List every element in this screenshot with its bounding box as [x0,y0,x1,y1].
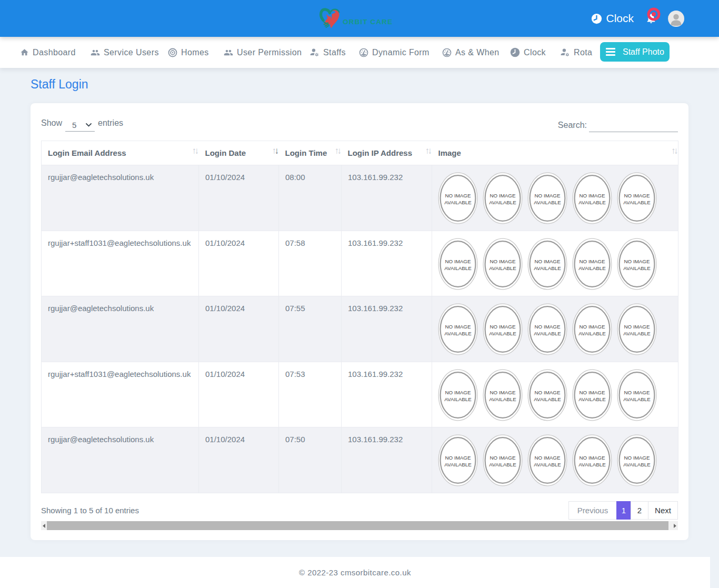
svg-text:AVAILABLE: AVAILABLE [444,200,472,205]
svg-text:AVAILABLE: AVAILABLE [534,200,561,205]
svg-text:NO IMAGE: NO IMAGE [445,390,471,395]
svg-text:AVAILABLE: AVAILABLE [444,462,472,467]
svg-text:AVAILABLE: AVAILABLE [578,331,606,336]
svg-text:NO IMAGE: NO IMAGE [445,193,471,198]
svg-text:NO IMAGE: NO IMAGE [445,258,471,264]
svg-text:AVAILABLE: AVAILABLE [489,331,516,336]
svg-text:NO IMAGE: NO IMAGE [580,455,605,461]
svg-text:AVAILABLE: AVAILABLE [623,200,651,205]
svg-text:AVAILABLE: AVAILABLE [578,200,606,205]
svg-text:AVAILABLE: AVAILABLE [489,396,516,402]
svg-text:NO IMAGE: NO IMAGE [624,193,650,198]
svg-text:NO IMAGE: NO IMAGE [580,258,605,264]
svg-text:NO IMAGE: NO IMAGE [535,390,561,395]
svg-text:NO IMAGE: NO IMAGE [535,324,561,330]
svg-text:AVAILABLE: AVAILABLE [534,396,561,402]
svg-text:AVAILABLE: AVAILABLE [578,265,606,271]
svg-text:AVAILABLE: AVAILABLE [534,462,561,467]
svg-text:NO IMAGE: NO IMAGE [445,324,471,330]
svg-text:NO IMAGE: NO IMAGE [624,324,650,330]
svg-text:NO IMAGE: NO IMAGE [535,258,561,264]
svg-text:AVAILABLE: AVAILABLE [444,331,472,336]
svg-text:AVAILABLE: AVAILABLE [623,265,651,271]
svg-text:NO IMAGE: NO IMAGE [580,390,605,395]
svg-text:AVAILABLE: AVAILABLE [534,331,561,336]
svg-text:NO IMAGE: NO IMAGE [490,193,516,198]
svg-text:AVAILABLE: AVAILABLE [534,265,561,271]
svg-text:AVAILABLE: AVAILABLE [578,396,606,402]
svg-text:AVAILABLE: AVAILABLE [623,462,651,467]
svg-text:NO IMAGE: NO IMAGE [445,455,471,461]
svg-text:NO IMAGE: NO IMAGE [535,455,561,461]
svg-text:NO IMAGE: NO IMAGE [490,390,516,395]
svg-text:NO IMAGE: NO IMAGE [580,324,605,330]
svg-text:NO IMAGE: NO IMAGE [490,455,516,461]
svg-text:AVAILABLE: AVAILABLE [623,331,651,336]
svg-text:NO IMAGE: NO IMAGE [490,324,516,330]
svg-text:NO IMAGE: NO IMAGE [624,390,650,395]
svg-text:NO IMAGE: NO IMAGE [624,258,650,264]
svg-text:AVAILABLE: AVAILABLE [444,265,472,271]
svg-text:AVAILABLE: AVAILABLE [489,462,516,467]
svg-text:AVAILABLE: AVAILABLE [444,396,472,402]
svg-text:AVAILABLE: AVAILABLE [578,462,606,467]
svg-text:NO IMAGE: NO IMAGE [580,193,605,198]
svg-text:AVAILABLE: AVAILABLE [623,396,651,402]
svg-text:AVAILABLE: AVAILABLE [489,200,516,205]
svg-text:NO IMAGE: NO IMAGE [624,455,650,461]
svg-text:AVAILABLE: AVAILABLE [489,265,516,271]
svg-text:NO IMAGE: NO IMAGE [535,193,561,198]
svg-text:NO IMAGE: NO IMAGE [490,258,516,264]
